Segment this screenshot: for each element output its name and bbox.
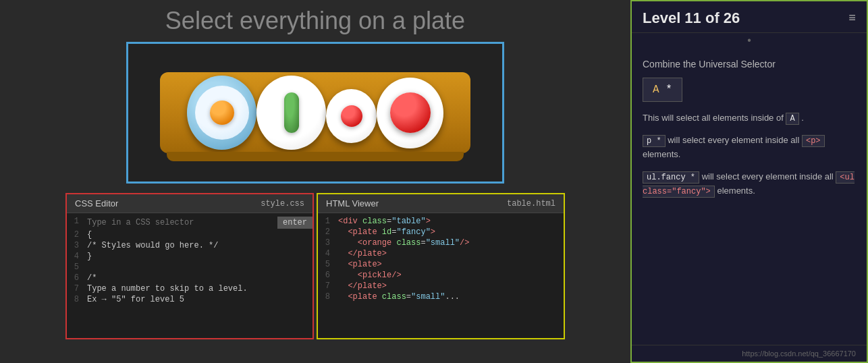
plate-illustration xyxy=(126,42,504,184)
explanation-2: p * will select every element inside all… xyxy=(643,134,856,162)
level-title: Level 11 of 26 xyxy=(643,9,740,27)
plate-white xyxy=(256,76,326,150)
css-line-2: 2 { xyxy=(67,229,313,240)
explanation-3: ul.fancy * will select every element ins… xyxy=(643,170,856,198)
css-editor-panel: CSS Editor style.css 1 enter 2 { 3 xyxy=(65,193,314,339)
page-title: Select everything on a plate xyxy=(165,7,465,35)
html-editor-label: HTML Viewer xyxy=(326,198,379,208)
css-input-wrapper: enter xyxy=(87,217,313,229)
plate-small-red xyxy=(326,89,377,143)
html-line-5: 5 <plate> xyxy=(318,259,564,270)
editors-row: CSS Editor style.css 1 enter 2 { 3 xyxy=(65,193,565,339)
small-red-element xyxy=(341,105,362,127)
css-linenum-1: 1 xyxy=(67,217,87,226)
css-line-1: 1 enter xyxy=(67,216,313,229)
css-editor-header: CSS Editor style.css xyxy=(67,194,313,213)
css-selector-input[interactable] xyxy=(87,218,277,227)
css-editor-filename: style.css xyxy=(261,199,304,208)
html-line-2: 2 <plate id="fancy"> xyxy=(318,227,564,238)
orange-element xyxy=(210,101,234,125)
css-line-7: 7 Type a number to skip to a level. xyxy=(67,283,313,294)
explanation-3-code: ul.fancy * xyxy=(643,171,699,184)
css-editor-label: CSS Editor xyxy=(75,198,118,208)
explanation-3-post: elements. xyxy=(717,186,755,196)
tray xyxy=(160,72,470,153)
explanation-1-code: A xyxy=(786,113,798,125)
sidebar-header: Level 11 of 26 ≡ xyxy=(632,1,867,33)
hamburger-icon[interactable]: ≡ xyxy=(848,11,856,25)
divider-dot: • xyxy=(632,33,867,49)
css-line-4: 4 } xyxy=(67,251,313,262)
html-line-3: 3 <orange class="small"/> xyxy=(318,238,564,248)
explanation-2-code: p * xyxy=(643,135,666,147)
css-line-8: 8 Ex → "5" for level 5 xyxy=(67,294,313,305)
sidebar-content: Combine the Universal Selector A * This … xyxy=(632,49,867,345)
css-line-3: 3 /* Styles would go here. */ xyxy=(67,240,313,251)
html-editor-header: HTML Viewer table.html xyxy=(318,194,564,213)
plate-blue-rim xyxy=(187,76,256,150)
pickle-element xyxy=(284,92,299,133)
css-line-5: 5 xyxy=(67,262,313,273)
css-editor-body: 1 enter 2 { 3 /* Styles would go here. *… xyxy=(67,213,313,338)
selector-star: * xyxy=(659,84,672,96)
main-area: Select everything on a plate xyxy=(0,0,630,363)
css-line-6: 6 /* xyxy=(67,273,313,283)
explanation-2-post: elements. xyxy=(643,149,680,159)
html-editor-body: 1 <div class="table"> 2 <plate id="fancy… xyxy=(318,213,564,338)
selector-display: A * xyxy=(643,78,682,102)
sidebar-instruction: Combine the Universal Selector xyxy=(643,59,856,69)
explanation-2-tag: <p> xyxy=(802,135,825,147)
big-red-element xyxy=(390,92,431,133)
sidebar: Level 11 of 26 ≡ • Combine the Universal… xyxy=(630,0,868,363)
html-line-8: 8 <plate class="small"... xyxy=(318,291,564,302)
footer-url: https://blog.csdn.net/qq_36667170 xyxy=(632,345,867,362)
selector-tag: A xyxy=(653,84,659,96)
enter-button[interactable]: enter xyxy=(277,217,313,229)
explanation-2-mid: will select every element inside all xyxy=(668,135,802,145)
html-editor-filename: table.html xyxy=(507,199,555,208)
html-editor-panel: HTML Viewer table.html 1 <div class="tab… xyxy=(317,193,565,339)
explanation-3-mid: will select every element inside all xyxy=(702,171,836,182)
explanation-1: This will select all elements inside of … xyxy=(643,111,856,125)
plate-big-red xyxy=(377,78,443,148)
html-line-1: 1 <div class="table"> xyxy=(318,216,564,227)
explanation-1-post: . xyxy=(799,113,804,123)
plate-inner xyxy=(195,86,249,140)
html-line-7: 7 </plate> xyxy=(318,281,564,291)
explanation-1-pre: This will select all elements inside of xyxy=(643,113,786,123)
html-line-6: 6 <pickle/> xyxy=(318,270,564,281)
html-line-4: 4 </plate> xyxy=(318,248,564,259)
